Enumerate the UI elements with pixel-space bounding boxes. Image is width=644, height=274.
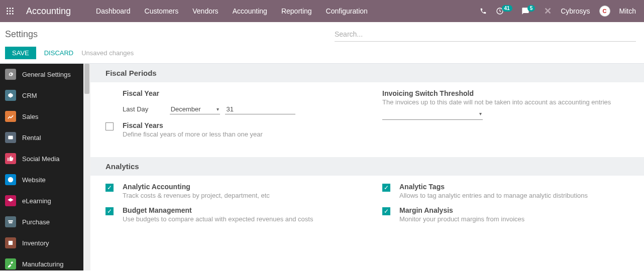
sidebar-item-label: Manufacturing — [22, 260, 63, 268]
control-panel: Settings SAVE DISCARD Unsaved changes — [0, 22, 644, 64]
sidebar-item-label: General Settings — [22, 71, 71, 78]
chevron-down-icon: ▾ — [217, 106, 219, 112]
sidebar-item-purchase[interactable]: Purchase — [0, 211, 83, 232]
margin-analysis-desc: Monitor your product margins from invoic… — [399, 215, 524, 223]
analytic-tags-desc: Allows to tag analytic entries and to ma… — [399, 192, 588, 199]
svg-rect-1 — [10, 8, 11, 9]
sidebar-item-label: CRM — [22, 92, 37, 99]
phone-icon[interactable] — [480, 8, 487, 15]
sidebar-item-label: Sales — [22, 113, 39, 120]
svg-point-11 — [8, 177, 14, 183]
menu-dashboard[interactable]: Dashboard — [96, 7, 131, 15]
svg-rect-14 — [9, 241, 13, 245]
svg-rect-5 — [12, 11, 14, 12]
top-menu: Dashboard Customers Vendors Accounting R… — [96, 7, 368, 15]
user-name[interactable]: Mitch — [619, 7, 636, 15]
save-button[interactable]: SAVE — [5, 47, 36, 59]
svg-rect-3 — [7, 11, 8, 12]
settings-content: Fiscal Periods Fiscal Year Last Day Dece… — [90, 64, 644, 270]
svg-rect-4 — [10, 11, 11, 12]
fiscal-years-checkbox[interactable] — [105, 122, 114, 130]
margin-analysis-checkbox[interactable] — [382, 207, 390, 215]
fiscal-year-label: Fiscal Year — [123, 89, 352, 97]
analytic-accounting-title: Analytic Accounting — [123, 183, 270, 191]
sidebar-item-elearning[interactable]: eLearning — [0, 190, 83, 211]
activity-icon[interactable]: 41 — [496, 7, 512, 15]
discuss-icon[interactable]: 5 — [521, 7, 535, 15]
budget-management-title: Budget Management — [123, 206, 313, 214]
activity-badge: 41 — [502, 5, 512, 12]
analytic-accounting-checkbox[interactable] — [105, 184, 114, 192]
menu-configuration[interactable]: Configuration — [326, 7, 368, 15]
svg-rect-10 — [8, 136, 13, 140]
key-icon — [5, 132, 16, 143]
analytic-tags-title: Analytic Tags — [399, 183, 588, 191]
chart-icon — [5, 111, 16, 122]
menu-customers[interactable]: Customers — [145, 7, 179, 15]
sidebar-scrollbar[interactable] — [83, 64, 90, 270]
settings-sidebar: General Settings CRM Sales Rental Social… — [0, 64, 83, 270]
unsaved-indicator: Unsaved changes — [81, 49, 134, 57]
section-fiscal-periods: Fiscal Periods — [90, 64, 644, 82]
gear-icon — [5, 69, 16, 80]
analytic-accounting-desc: Track costs & revenues by project, depar… — [123, 192, 270, 199]
menu-reporting[interactable]: Reporting — [281, 7, 312, 15]
sidebar-item-general-settings[interactable]: General Settings — [0, 64, 83, 85]
last-day-label: Last Day — [123, 105, 168, 113]
fiscal-day-input[interactable]: 31 — [225, 104, 295, 114]
invoicing-threshold-input[interactable]: ▾ — [382, 110, 483, 120]
budget-management-checkbox[interactable] — [105, 207, 114, 215]
invoicing-threshold-title: Invoicing Switch Threshold — [382, 89, 629, 97]
wrench-icon — [5, 258, 16, 269]
sidebar-item-label: Inventory — [22, 239, 49, 247]
main-navbar: Accounting Dashboard Customers Vendors A… — [0, 0, 644, 22]
menu-accounting[interactable]: Accounting — [233, 7, 267, 15]
sidebar-item-label: eLearning — [22, 197, 51, 205]
chevron-down-icon: ▾ — [479, 111, 482, 116]
sidebar-item-label: Rental — [22, 134, 41, 142]
sidebar-item-sales[interactable]: Sales — [0, 106, 83, 127]
box-icon — [5, 237, 16, 248]
main-layout: General Settings CRM Sales Rental Social… — [0, 64, 644, 270]
graduation-icon — [5, 195, 16, 206]
sidebar-item-manufacturing[interactable]: Manufacturing — [0, 253, 83, 270]
search-input[interactable] — [335, 27, 636, 42]
company-name[interactable]: Cybrosys — [561, 7, 590, 15]
fiscal-years-title: Fiscal Years — [123, 121, 263, 129]
fiscal-month-select[interactable]: December ▾ — [170, 104, 220, 114]
sidebar-item-crm[interactable]: CRM — [0, 85, 83, 106]
page-title: Settings — [5, 29, 38, 40]
svg-rect-2 — [12, 8, 14, 9]
sidebar-item-label: Social Media — [22, 155, 59, 163]
budget-management-desc: Use budgets to compare actual with expec… — [123, 215, 313, 223]
invoicing-threshold-desc: The invoices up to this date will not be… — [382, 98, 629, 106]
section-analytics: Analytics — [90, 157, 644, 176]
analytic-tags-checkbox[interactable] — [382, 184, 390, 192]
globe-icon — [5, 174, 16, 185]
svg-rect-12 — [8, 220, 13, 221]
avatar[interactable]: C — [599, 6, 610, 17]
sidebar-item-label: Purchase — [22, 218, 50, 226]
margin-analysis-title: Margin Analysis — [399, 206, 524, 214]
sidebar-item-website[interactable]: Website — [0, 169, 83, 190]
sidebar-item-rental[interactable]: Rental — [0, 127, 83, 148]
menu-vendors[interactable]: Vendors — [192, 7, 218, 15]
close-icon[interactable]: ✕ — [544, 6, 552, 17]
module-brand[interactable]: Accounting — [26, 6, 71, 17]
search-container — [335, 27, 636, 42]
discard-button[interactable]: DISCARD — [44, 49, 74, 57]
fiscal-years-desc: Define fiscal years of more or less than… — [123, 130, 263, 138]
cart-icon — [5, 216, 16, 227]
fiscal-month-value: December — [171, 105, 201, 113]
thumbs-up-icon — [5, 153, 16, 164]
sidebar-item-social-media[interactable]: Social Media — [0, 148, 83, 169]
sidebar-item-inventory[interactable]: Inventory — [0, 232, 83, 253]
discuss-badge: 5 — [527, 5, 535, 12]
svg-rect-7 — [10, 13, 11, 15]
svg-rect-6 — [7, 13, 8, 15]
svg-rect-8 — [12, 13, 14, 15]
svg-rect-13 — [9, 222, 13, 223]
apps-icon[interactable] — [4, 5, 16, 17]
svg-rect-0 — [7, 8, 8, 9]
sidebar-item-label: Website — [22, 176, 46, 184]
